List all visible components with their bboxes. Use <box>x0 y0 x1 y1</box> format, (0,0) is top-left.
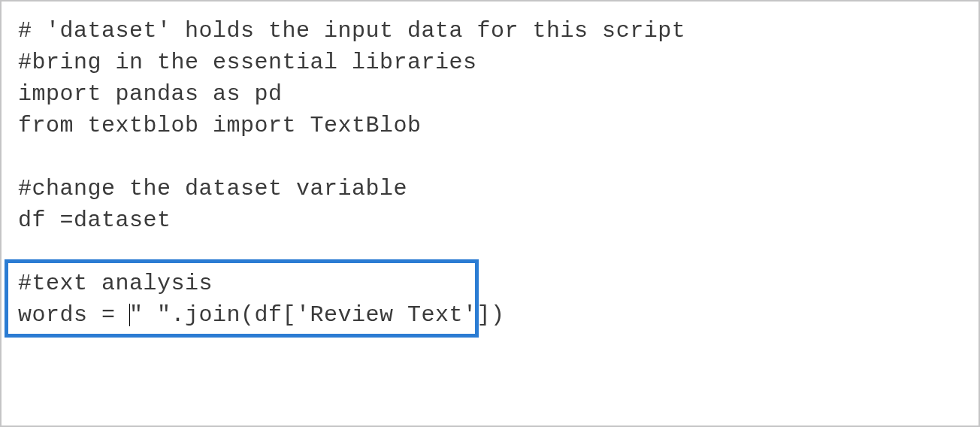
code-line[interactable]: #bring in the essential libraries <box>18 47 962 78</box>
text-cursor <box>129 304 130 326</box>
code-line[interactable]: import pandas as pd <box>18 78 962 110</box>
code-text: words = <box>18 302 129 328</box>
code-text: " ".join(df['Review Text']) <box>129 302 505 328</box>
code-line[interactable]: words = " ".join(df['Review Text']) <box>18 299 962 331</box>
code-blank-line[interactable] <box>18 141 962 173</box>
code-line[interactable]: from textblob import TextBlob <box>18 110 962 141</box>
code-line[interactable]: #change the dataset variable <box>18 173 962 204</box>
code-editor[interactable]: # 'dataset' holds the input data for thi… <box>0 0 980 427</box>
code-line[interactable]: # 'dataset' holds the input data for thi… <box>18 15 962 47</box>
code-line[interactable]: df =dataset <box>18 204 962 236</box>
code-blank-line[interactable] <box>18 236 962 268</box>
code-line[interactable]: #text analysis <box>18 268 962 299</box>
